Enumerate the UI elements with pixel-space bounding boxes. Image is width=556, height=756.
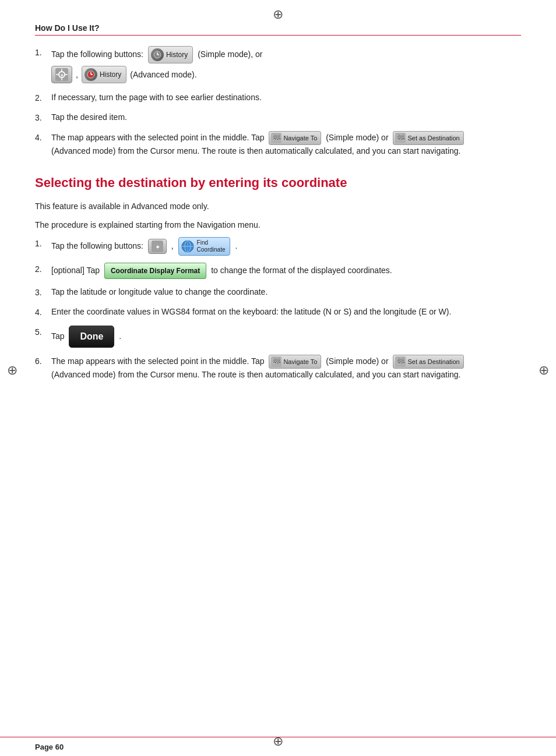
s2-step-num-1: 1. bbox=[35, 237, 51, 250]
steps-list-2: 1. Tap the following buttons: ✦ , bbox=[35, 237, 521, 381]
history-icon-2 bbox=[85, 68, 97, 81]
page-footer: Page 60 bbox=[0, 737, 556, 756]
history-icon bbox=[151, 48, 164, 61]
s2-step-6-text-before: The map appears with the selected point … bbox=[51, 356, 265, 366]
s2-step-2: 2. [optional] Tap Coordinate Display For… bbox=[35, 263, 521, 279]
navigate-flag-icon: 🏁 bbox=[271, 133, 281, 143]
navigate-to-button-s1[interactable]: 🏁 Navigate To bbox=[269, 131, 321, 145]
step-num-2: 2. bbox=[35, 91, 51, 104]
set-dest-btn-2[interactable]: 🏁 Set as Destination bbox=[393, 355, 463, 369]
find-icon-svg: ✦ bbox=[152, 241, 163, 252]
step-4-text-advanced: (Advanced mode) from the Cursor menu. Th… bbox=[51, 146, 460, 156]
s2-step-6-content: The map appears with the selected point … bbox=[51, 355, 521, 381]
s2-step-4-text: Enter the coordinate values in WGS84 for… bbox=[51, 307, 451, 316]
step-1: 1. Tap the following buttons: bbox=[35, 46, 521, 84]
dest-flag-icon: 🏁 bbox=[395, 133, 406, 143]
s2-step-3: 3. Tap the latitude or longitude value t… bbox=[35, 286, 521, 299]
svg-text:🏁: 🏁 bbox=[272, 358, 281, 366]
step-2-text: If necessary, turn the page with to see … bbox=[51, 93, 262, 102]
clock-svg bbox=[153, 51, 161, 59]
svg-text:🏁: 🏁 bbox=[396, 358, 405, 366]
history-button-simple[interactable]: History bbox=[148, 46, 193, 63]
s2-step-3-text: Tap the latitude or longitude value to c… bbox=[51, 287, 268, 296]
section2-heading: Selecting the destination by entering it… bbox=[35, 175, 521, 192]
step-2: 2. If necessary, turn the page with to s… bbox=[35, 91, 521, 104]
coord-display-format-button[interactable]: Coordinate Display Format bbox=[104, 263, 206, 279]
s2-step-5-text-after: . bbox=[119, 331, 121, 341]
find-coord-label: Find Coordinate bbox=[197, 239, 226, 253]
step-3-text: Tap the desired item. bbox=[51, 112, 127, 122]
crosshair-left-icon: ⊕ bbox=[7, 363, 17, 378]
s2-step-num-6: 6. bbox=[35, 355, 51, 368]
s2-step-num-4: 4. bbox=[35, 306, 51, 319]
step-3-content: Tap the desired item. bbox=[51, 111, 521, 123]
s2-step-6-text-simple: (Simple mode) or bbox=[326, 356, 388, 366]
s2-step-6: 6. The map appears with the selected poi… bbox=[35, 355, 521, 381]
s2-step-1: 1. Tap the following buttons: ✦ , bbox=[35, 237, 521, 256]
step-num-1: 1. bbox=[35, 46, 51, 59]
s2-step-num-3: 3. bbox=[35, 286, 51, 299]
s2-step-6-text-advanced: (Advanced mode) from the Cursor menu. Th… bbox=[51, 370, 460, 379]
s2-step-5: 5. Tap Done . bbox=[35, 326, 521, 348]
s2-step-5-content: Tap Done . bbox=[51, 326, 521, 348]
svg-text:🏁: 🏁 bbox=[396, 134, 405, 143]
coord-format-btn[interactable]: Coordinate Display Format bbox=[104, 263, 206, 279]
section2-intro2: The procedure is explained starting from… bbox=[35, 218, 521, 231]
step-1-text-after-advanced: (Advanced mode). bbox=[130, 69, 196, 81]
s2-step-2-text-after: to change the format of the displayed co… bbox=[211, 266, 392, 275]
set-as-dest-button-s1[interactable]: 🏁 Set as Destination bbox=[393, 131, 463, 145]
history-btn-2[interactable]: History bbox=[82, 66, 126, 83]
find-button-advanced[interactable]: ✦ bbox=[51, 66, 72, 83]
navigate-to-button-s2[interactable]: 🏁 Navigate To bbox=[269, 355, 321, 369]
svg-text:✦: ✦ bbox=[60, 73, 64, 78]
step-3: 3. Tap the desired item. bbox=[35, 111, 521, 124]
s2-step-1-text-after: . bbox=[235, 241, 237, 250]
dest-flag-icon-2: 🏁 bbox=[395, 356, 406, 367]
set-as-dest-label-2: Set as Destination bbox=[407, 357, 459, 367]
step-2-content: If necessary, turn the page with to see … bbox=[51, 91, 521, 104]
done-button[interactable]: Done bbox=[69, 326, 114, 348]
section-title: How Do I Use It? bbox=[35, 23, 99, 33]
section-header: How Do I Use It? bbox=[35, 23, 521, 36]
set-dest-btn[interactable]: 🏁 Set as Destination bbox=[393, 131, 463, 145]
done-btn[interactable]: Done bbox=[69, 326, 114, 348]
page-number: Page 60 bbox=[35, 743, 64, 751]
navigate-to-btn[interactable]: 🏁 Navigate To bbox=[269, 131, 321, 145]
step-1-content: Tap the following buttons: His bbox=[51, 46, 521, 84]
navigate-to-btn-2[interactable]: 🏁 Navigate To bbox=[269, 355, 321, 369]
s2-step-1-comma: , bbox=[171, 241, 174, 250]
find-coord-btn[interactable]: Find Coordinate bbox=[178, 237, 231, 256]
history-btn-label: History bbox=[166, 50, 188, 60]
step-4-content: The map appears with the selected point … bbox=[51, 131, 521, 157]
s2-step-num-5: 5. bbox=[35, 326, 51, 338]
navigate-to-label-2: Navigate To bbox=[283, 357, 317, 367]
find-coord-line1: Find bbox=[197, 239, 226, 246]
set-as-dest-button-s2[interactable]: 🏁 Set as Destination bbox=[393, 355, 463, 369]
page-container: ⊕ ⊕ ⊕ ⊕ How Do I Use It? 1. Tap the foll… bbox=[0, 0, 556, 756]
crosshair-top-icon: ⊕ bbox=[273, 7, 283, 22]
step-1-text-after-history: (Simple mode), or bbox=[198, 50, 262, 59]
s2-step-1-content: Tap the following buttons: ✦ , bbox=[51, 237, 521, 256]
clock-svg-2 bbox=[87, 70, 95, 79]
coord-format-label: Coordinate Display Format bbox=[111, 266, 200, 276]
find-gear-svg: ✦ bbox=[55, 68, 68, 81]
s2-step-5-text-before: Tap bbox=[51, 331, 65, 341]
s2-step-4: 4. Enter the coordinate values in WGS84 … bbox=[35, 306, 521, 319]
crosshair-right-icon: ⊕ bbox=[539, 363, 549, 378]
svg-text:🏁: 🏁 bbox=[272, 134, 281, 143]
globe-icon-svg bbox=[181, 239, 195, 253]
history-btn[interactable]: History bbox=[148, 46, 193, 63]
s2-step-3-content: Tap the latitude or longitude value to c… bbox=[51, 286, 521, 298]
s2-step-1-text-before: Tap the following buttons: bbox=[51, 241, 143, 250]
step-num-4: 4. bbox=[35, 131, 51, 144]
find-button-s2[interactable]: ✦ bbox=[148, 239, 167, 254]
done-label: Done bbox=[80, 330, 103, 344]
step-4: 4. The map appears with the selected poi… bbox=[35, 131, 521, 157]
find-coord-line2: Coordinate bbox=[197, 246, 226, 253]
find-coordinate-button[interactable]: Find Coordinate bbox=[178, 237, 231, 256]
step-4-text-before: The map appears with the selected point … bbox=[51, 133, 265, 142]
find-btn-s2[interactable]: ✦ bbox=[148, 239, 167, 254]
step-1-text-before: Tap the following buttons: bbox=[51, 50, 143, 59]
s2-step-num-2: 2. bbox=[35, 263, 51, 275]
history-btn-label-2: History bbox=[100, 69, 121, 80]
